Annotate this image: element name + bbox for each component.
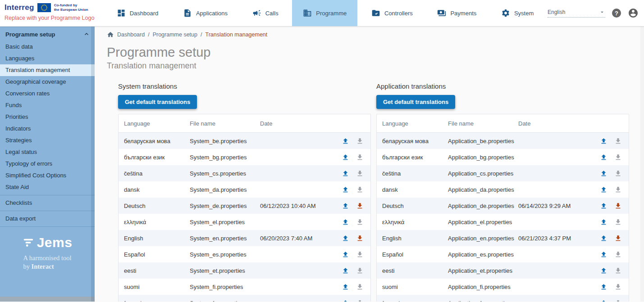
chevron-down-icon [599, 9, 605, 15]
header-right: English ? [548, 0, 644, 26]
upload-button[interactable] [599, 153, 608, 162]
language-selector[interactable]: English [548, 9, 605, 18]
upload-button[interactable] [341, 153, 350, 162]
nav-item-applications[interactable]: Applications [172, 0, 238, 26]
nav-item-dashboard[interactable]: Dashboard [106, 0, 169, 26]
download-button[interactable] [613, 201, 623, 211]
download-icon [614, 170, 622, 177]
upload-button[interactable] [341, 298, 350, 302]
breadcrumb-dashboard[interactable]: Dashboard [117, 32, 145, 38]
sidebar-item-typology-of-errors[interactable]: Typology of errors [0, 158, 95, 170]
upload-button[interactable] [599, 136, 608, 146]
nav-item-system[interactable]: System [490, 0, 544, 26]
language-cell: čeština [119, 170, 190, 177]
sidebar-item-geographical-coverage[interactable]: Geographical coverage [0, 76, 95, 88]
chevron-up-icon [83, 31, 90, 38]
download-button [355, 266, 365, 275]
download-button[interactable] [613, 234, 623, 243]
nav-item-payments[interactable]: Payments [426, 0, 487, 26]
download-button [613, 185, 623, 194]
upload-icon [600, 234, 607, 242]
upload-icon [600, 202, 607, 210]
sidebar-item-basic-data[interactable]: Basic data [0, 41, 95, 53]
download-button[interactable] [355, 201, 365, 211]
table-row: čeština Application_cs.properties [377, 165, 629, 181]
sidebar-item-checklists[interactable]: Checklists [0, 197, 95, 209]
upload-icon [342, 234, 349, 242]
upload-icon [600, 170, 607, 177]
language-cell: ελληνικά [377, 219, 448, 225]
home-icon[interactable] [107, 31, 114, 38]
upload-button[interactable] [599, 169, 608, 178]
upload-button[interactable] [599, 217, 608, 227]
upload-button[interactable] [599, 282, 608, 292]
breadcrumb-programme-setup[interactable]: Programme setup [153, 32, 197, 38]
upload-button[interactable] [599, 234, 608, 243]
upload-button[interactable] [341, 234, 350, 243]
nav-label: Applications [196, 10, 228, 17]
sidebar-item-funds[interactable]: Funds [0, 99, 95, 111]
upload-button[interactable] [599, 266, 608, 275]
upload-button[interactable] [341, 201, 350, 211]
download-button[interactable] [355, 234, 365, 243]
download-icon [356, 267, 364, 275]
sidebar-item-indicators[interactable]: Indicators [0, 123, 95, 135]
dashboard-icon [117, 9, 126, 18]
eu-flag-icon [37, 3, 51, 12]
nav-item-controllers[interactable]: Controllers [361, 0, 424, 26]
column-header-language: Language [377, 120, 448, 127]
filename-cell: Application_et.properties [448, 267, 518, 274]
table-row: ελληνικά System_el.properties [119, 214, 370, 230]
filename-cell: System_cs.properties [190, 170, 260, 177]
filename-cell: Application_bg.properties [448, 154, 518, 161]
filename-cell: Application_fi.properties [448, 284, 518, 290]
table-body: беларуская мова System_be.properties бъл… [119, 133, 370, 302]
download-icon [356, 299, 364, 302]
filename-cell: Application_en.properties [448, 235, 518, 242]
table-row: български език Application_bg.properties [377, 149, 629, 165]
upload-button[interactable] [341, 185, 350, 194]
sidebar-scrollbar[interactable] [0, 297, 95, 302]
upload-button[interactable] [341, 250, 350, 259]
table-row: Español System_es.properties [119, 246, 370, 262]
upload-button[interactable] [341, 136, 350, 146]
download-button [355, 169, 365, 178]
get-default-translations-button[interactable]: Get default translations [118, 95, 197, 109]
nav-item-calls[interactable]: Calls [242, 0, 289, 26]
upload-button[interactable] [341, 217, 350, 227]
sidebar-item-state-aid[interactable]: State Aid [0, 181, 95, 193]
nav-item-programme[interactable]: Programme [292, 0, 357, 26]
sidebar-item-translation-management[interactable]: Translation management [0, 64, 95, 76]
account-icon[interactable] [628, 8, 639, 18]
upload-button[interactable] [341, 169, 350, 178]
sidebar-item-strategies[interactable]: Strategies [0, 135, 95, 146]
download-button [613, 298, 623, 302]
download-icon [614, 153, 622, 161]
sidebar-item-priorities[interactable]: Priorities [0, 111, 95, 123]
sidebar-section-programme-setup[interactable]: Programme setup [0, 27, 95, 41]
vertical-scrollbar[interactable] [640, 27, 644, 302]
get-default-translations-button[interactable]: Get default translations [376, 95, 455, 109]
sidebar-item-conversion-rates[interactable]: Conversion rates [0, 88, 95, 99]
sidebar-item-legal-status[interactable]: Legal status [0, 146, 95, 158]
table-row: français Application_fr.properties [377, 295, 629, 302]
table-row: čeština System_cs.properties [119, 165, 370, 181]
table-row: Deutsch System_de.properties 06/12/2023 … [119, 198, 370, 214]
upload-button[interactable] [341, 282, 350, 292]
table-row: беларуская мова Application_be.propertie… [377, 133, 629, 149]
upload-button[interactable] [599, 298, 608, 302]
upload-button[interactable] [599, 201, 608, 211]
table-row: eesti Application_et.properties [377, 262, 629, 279]
sidebar-item-simplified-cost-options[interactable]: Simplified Cost Options [0, 170, 95, 181]
column-header-date: Date [518, 120, 596, 127]
help-icon[interactable]: ? [612, 9, 621, 18]
filename-cell: Application_cs.properties [448, 170, 518, 177]
download-icon [614, 299, 622, 302]
download-button [355, 136, 365, 146]
sidebar-item-data-export[interactable]: Data export [0, 213, 95, 225]
sidebar-item-languages[interactable]: Languages [0, 53, 95, 64]
upload-button[interactable] [599, 250, 608, 259]
upload-button[interactable] [341, 266, 350, 275]
upload-button[interactable] [599, 185, 608, 194]
programme-logo: Interreg Co-funded by the European Union… [0, 0, 103, 26]
